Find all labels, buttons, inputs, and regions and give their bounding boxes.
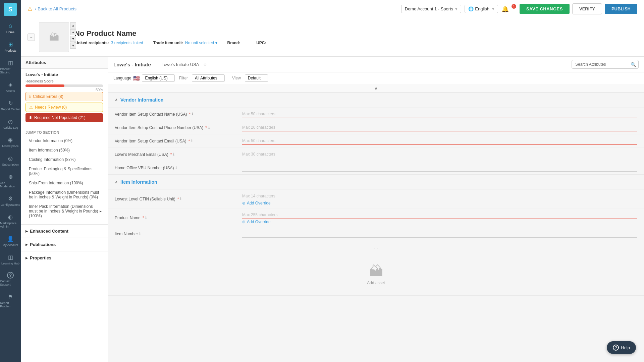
vendor-contact-email-input[interactable]: [242, 137, 637, 145]
sidebar-item-contact-support[interactable]: ? Contact Support: [0, 268, 21, 290]
critical-errors-button[interactable]: ℹ Critical Errors (8): [25, 92, 103, 101]
back-to-all-products-link[interactable]: ‹ Back to All Products: [35, 6, 76, 11]
item-info-jump-item[interactable]: Item Information (50%): [25, 146, 103, 155]
lowest-level-gtin-input[interactable]: [242, 192, 637, 200]
sidebar-item-report-center[interactable]: ↻ Report Center: [0, 96, 21, 114]
inner-pack-jump-item[interactable]: Inner Pack Information (Dimensions must …: [25, 202, 103, 220]
add-override-product-name[interactable]: ⊕ Add Override: [242, 220, 637, 224]
sidebar-item-my-account[interactable]: 👤 My Account: [0, 232, 21, 250]
marketplace-admin-icon: ◐: [7, 213, 14, 221]
star-icon[interactable]: ☆: [203, 62, 207, 67]
ship-from-jump-item[interactable]: Ship-From Information (100%): [25, 179, 103, 187]
costing-info-jump-item[interactable]: Costing Information (87%): [25, 155, 103, 164]
verify-button[interactable]: VERIFY: [572, 3, 602, 14]
collapse-bar[interactable]: ∧: [108, 84, 644, 93]
sidebar-item-label: Subscription: [2, 163, 19, 166]
language-select[interactable]: English (US): [142, 74, 175, 82]
info-icon[interactable]: ℹ: [173, 152, 174, 157]
vendor-contact-phone-input[interactable]: [242, 124, 637, 131]
needs-review-button[interactable]: ⚠ Needs Review (0): [25, 103, 103, 112]
app-logo: S: [4, 3, 17, 16]
info-icon[interactable]: ℹ: [208, 125, 210, 130]
trade-item-meta: Trade item unit: No unit selected ▾: [153, 41, 217, 45]
image-controls: ▲ ▲ ▼ ▼: [70, 22, 76, 49]
sidebar-item-assets[interactable]: ◈ Assets: [0, 77, 21, 96]
sidebar-item-product-staging[interactable]: ◫ Product Staging: [0, 56, 21, 77]
view-select[interactable]: Default: [245, 74, 268, 82]
info-icon[interactable]: ℹ: [145, 216, 147, 220]
home-office-vbu-input-wrap: [242, 164, 637, 172]
info-icon[interactable]: ℹ: [192, 112, 193, 116]
item-information-title[interactable]: ∧ Item Information: [108, 175, 644, 189]
sidebar-item-configurations[interactable]: ⚙ Configurations: [0, 191, 21, 210]
upc-meta: UPC: —: [256, 41, 272, 45]
image-up-btn[interactable]: ▲: [70, 22, 76, 28]
account-selector[interactable]: Demo Account 1 - Sports ▾: [401, 5, 462, 13]
package-info-jump-item[interactable]: Package Information (Dimensions must be …: [25, 188, 103, 201]
vendor-contact-name-input-wrap: [242, 110, 637, 118]
attr-title: Lowe's - Initiate: [113, 62, 151, 67]
product-image-area: 🏔 ▲ ▲ ▼ ▼: [39, 22, 69, 52]
sidebar-item-activity-log[interactable]: ◷ Activity Log: [0, 114, 21, 133]
sidebar-item-marketplace-admin[interactable]: ◐ Marketplace Admin: [0, 210, 21, 232]
publications-header[interactable]: ▸ Publications: [21, 238, 108, 251]
sidebar-item-products[interactable]: ⊞ Products: [0, 37, 21, 56]
vendor-contact-email-input-wrap: [242, 137, 637, 145]
language-selector[interactable]: 🌐 English ▾: [465, 5, 498, 13]
sidebar-item-label: Learning Hub: [1, 262, 19, 265]
attr-subtitle: Lowe's Initiate USA: [161, 62, 199, 67]
sidebar-item-subscription[interactable]: ◎ Subscription: [0, 151, 21, 170]
contact-support-icon: ?: [7, 272, 14, 279]
lowes-merchant-email-input[interactable]: [242, 150, 637, 158]
acc-moderation-icon: ⊛: [7, 173, 14, 180]
image-down2-btn[interactable]: ▼: [70, 43, 76, 49]
item-number-input[interactable]: [242, 230, 637, 238]
search-icon: 🔍: [631, 62, 636, 67]
brand-meta: Brand: —: [227, 41, 247, 45]
help-button[interactable]: ? Help: [607, 341, 636, 354]
home-office-vbu-label: Home Office VBU Number (USA) ℹ: [115, 166, 242, 170]
vendor-contact-phone-label: Vendor Item Setup Contact Phone Number (…: [115, 125, 242, 130]
vendor-information-title[interactable]: ∧ Vendor Information: [108, 93, 644, 107]
sidebar-item-report-problem[interactable]: ⚑ Report Problem: [0, 290, 21, 311]
sidebar-item-marketplace[interactable]: ◉ Marketplace: [0, 133, 21, 151]
info-icon[interactable]: ℹ: [175, 166, 177, 170]
trade-item-dropdown[interactable]: No unit selected ▾: [185, 41, 217, 45]
image-up2-btn[interactable]: ▲: [70, 29, 76, 35]
vendor-info-jump-item[interactable]: Vendor Information (0%): [25, 136, 103, 145]
product-collapse-button[interactable]: −: [28, 34, 35, 41]
left-panel: Attributes Lowe's - Initiate Readiness S…: [21, 57, 108, 362]
product-name-input[interactable]: [242, 211, 637, 219]
sidebar-item-learning-hub[interactable]: ◫ Learning Hub: [0, 250, 21, 268]
plus-circle-icon: ⊕: [242, 220, 246, 224]
save-changes-button[interactable]: SAVE CHANGES: [520, 4, 570, 14]
lowes-merchant-email-input-wrap: [242, 150, 637, 158]
add-override-gtin[interactable]: ⊕ Add Override: [242, 201, 637, 205]
product-packaging-jump-item[interactable]: Product Packaging & Specifications (50%): [25, 165, 103, 178]
left-panel-header: Attributes: [21, 57, 108, 69]
required-not-populated-button[interactable]: ✱ Required Not Populated (21): [25, 113, 103, 122]
subscription-icon: ◎: [7, 155, 14, 162]
globe-icon: 🌐: [468, 6, 474, 11]
publish-button[interactable]: PUBLISH: [605, 4, 637, 14]
notification-area: 🔔 1: [501, 5, 514, 13]
sidebar-item-label: Home: [6, 31, 14, 34]
image-down-btn[interactable]: ▼: [70, 36, 76, 42]
filter-select[interactable]: All Attributes: [192, 74, 225, 82]
info-icon[interactable]: ℹ: [191, 139, 193, 143]
info-icon[interactable]: ℹ: [139, 232, 141, 236]
sidebar-item-acc-moderation[interactable]: ⊛ Acc. Moderation: [0, 170, 21, 191]
sidebar-item-label: Contact Support: [0, 280, 21, 286]
properties-header[interactable]: ▸ Properties: [21, 251, 108, 264]
home-office-vbu-input[interactable]: [242, 164, 637, 172]
sidebar-item-home[interactable]: ⌂ Home: [0, 19, 21, 37]
vendor-contact-name-input[interactable]: [242, 110, 637, 118]
add-asset-label: Add asset: [367, 281, 385, 285]
info-icon[interactable]: ℹ: [180, 197, 181, 201]
account-dropdown-icon: ▾: [455, 6, 458, 11]
notification-bell-icon[interactable]: 🔔: [501, 6, 509, 12]
search-attributes-input[interactable]: [572, 60, 639, 69]
vendor-contact-phone-row: Vendor Item Setup Contact Phone Number (…: [108, 121, 644, 134]
jump-section-label: Jump to Section: [25, 130, 103, 134]
enhanced-content-header[interactable]: ▸ Enhanced Content: [21, 225, 108, 238]
